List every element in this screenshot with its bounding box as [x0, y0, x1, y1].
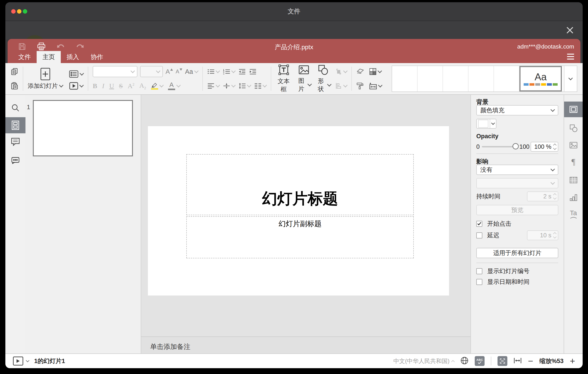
- text-box-button[interactable]: 文本框: [276, 63, 292, 94]
- fit-to-slide-icon[interactable]: [497, 356, 507, 366]
- effect-select[interactable]: 没有: [476, 165, 558, 175]
- chart-settings-icon[interactable]: [564, 190, 583, 205]
- subtitle-placeholder[interactable]: 幻灯片副标题: [186, 216, 414, 258]
- insert-image-button[interactable]: 图片: [296, 63, 311, 94]
- menu-icon[interactable]: [567, 54, 574, 59]
- notes-area[interactable]: 单击添加备注: [141, 336, 471, 353]
- start-slideshow-status-icon[interactable]: [13, 357, 23, 365]
- theme-thumbnail[interactable]: [494, 66, 519, 91]
- font-color-icon[interactable]: A: [168, 82, 180, 90]
- arrange-shape-icon[interactable]: [335, 68, 347, 75]
- theme-gallery-expand-icon[interactable]: [564, 66, 577, 91]
- theme-thumbnail[interactable]: [562, 66, 564, 91]
- columns-icon[interactable]: [254, 83, 266, 89]
- user-email: adm***@dootask.com: [517, 43, 574, 50]
- slide-settings-icon[interactable]: [564, 101, 583, 117]
- theme-gallery: Aa: [392, 66, 577, 92]
- fill-color-button[interactable]: [476, 119, 496, 129]
- slide-subtitle-text: 幻灯片副标题: [279, 219, 322, 229]
- shape-settings-icon[interactable]: [564, 120, 583, 136]
- slides-group: 添加幻灯片: [28, 63, 83, 94]
- underline-icon[interactable]: U: [109, 82, 114, 90]
- duration-label: 持续时间: [476, 192, 500, 200]
- document-title: 产品介绍.pptx: [8, 43, 580, 51]
- theme-thumbnail[interactable]: [418, 66, 443, 91]
- bold-icon[interactable]: B: [93, 82, 97, 90]
- clear-style-icon[interactable]: [356, 68, 364, 75]
- clipboard-group: [11, 63, 18, 94]
- add-slide-button[interactable]: 添加幻灯片: [28, 82, 63, 90]
- table-settings-icon[interactable]: [564, 172, 583, 188]
- paste-icon[interactable]: [11, 82, 18, 90]
- superscript-icon[interactable]: A2: [127, 82, 134, 90]
- zoom-in-icon[interactable]: +: [570, 357, 575, 365]
- spellcheck-icon[interactable]: ABC: [475, 356, 484, 366]
- show-date-checkbox[interactable]: [476, 279, 482, 285]
- font-size-select[interactable]: [140, 66, 163, 77]
- language-select[interactable]: 中文(中华人民共和国): [393, 357, 454, 365]
- decrease-font-icon[interactable]: A: [176, 68, 182, 75]
- vertical-align-icon[interactable]: [223, 83, 235, 89]
- effect-label: 影响: [476, 157, 558, 165]
- font-name-select[interactable]: [93, 66, 137, 77]
- slide-size-icon[interactable]: [369, 82, 382, 89]
- horizontal-align-icon[interactable]: [207, 83, 219, 89]
- slide-thumbnail[interactable]: [33, 100, 133, 156]
- italic-icon[interactable]: I: [102, 82, 104, 90]
- subscript-icon[interactable]: A2: [139, 82, 146, 90]
- slideshow-options-icon[interactable]: [26, 359, 30, 362]
- opacity-slider[interactable]: [482, 146, 515, 147]
- highlight-color-icon[interactable]: [151, 82, 163, 90]
- theme-thumbnail[interactable]: [443, 66, 469, 91]
- slide-canvas: 幻灯片标题 幻灯片副标题 单击添加备注: [141, 95, 471, 353]
- window-title: 文件: [5, 7, 583, 16]
- align-shape-icon[interactable]: [335, 83, 347, 89]
- globe-icon[interactable]: [461, 357, 469, 365]
- start-slideshow-icon[interactable]: [69, 82, 83, 90]
- change-case-icon[interactable]: Aa: [185, 68, 198, 75]
- bullets-icon[interactable]: [207, 68, 219, 75]
- zoom-out-icon[interactable]: −: [528, 357, 533, 365]
- tab-file[interactable]: 文件: [12, 51, 37, 63]
- close-icon[interactable]: [566, 26, 574, 34]
- add-slide-icon[interactable]: [40, 67, 51, 80]
- insert-shape-button[interactable]: 形状: [316, 63, 331, 94]
- opacity-slider-knob[interactable]: [513, 143, 519, 149]
- start-on-click-row: 开始点击: [476, 220, 558, 228]
- tab-insert[interactable]: 插入: [61, 51, 85, 63]
- color-scheme-icon[interactable]: [369, 68, 381, 75]
- delay-checkbox[interactable]: [476, 232, 482, 238]
- start-on-click-checkbox[interactable]: [476, 221, 482, 227]
- theme-thumbnail[interactable]: [469, 66, 494, 91]
- chat-icon[interactable]: [5, 152, 25, 168]
- fit-to-width-icon[interactable]: [514, 357, 522, 365]
- opacity-spinner[interactable]: 100 %: [531, 142, 558, 152]
- paragraph-settings-icon[interactable]: ¶: [564, 154, 583, 170]
- show-slide-number-checkbox[interactable]: [476, 268, 482, 274]
- slide-title-text: 幻灯片标题: [262, 188, 338, 209]
- copy-style-icon[interactable]: [356, 82, 364, 89]
- increase-font-icon[interactable]: A: [166, 68, 173, 75]
- slide-layout-icon[interactable]: [69, 70, 83, 78]
- text-art-settings-icon[interactable]: Ta: [564, 206, 583, 222]
- copy-icon[interactable]: [11, 68, 18, 75]
- line-spacing-icon[interactable]: [239, 83, 251, 89]
- search-icon[interactable]: [5, 100, 25, 116]
- theme-thumbnail-selected[interactable]: Aa: [519, 66, 562, 91]
- comments-icon[interactable]: [5, 134, 25, 150]
- increase-indent-icon[interactable]: [249, 68, 256, 75]
- apply-to-all-button[interactable]: 适用于所有幻灯片: [476, 248, 558, 258]
- paragraph-group: [207, 63, 266, 94]
- tab-home[interactable]: 主页: [37, 51, 61, 63]
- strikeout-icon[interactable]: S: [119, 82, 123, 90]
- left-rail: [5, 95, 25, 353]
- title-placeholder[interactable]: 幻灯片标题: [186, 154, 414, 215]
- slides-panel-icon[interactable]: [5, 117, 25, 133]
- image-settings-icon[interactable]: [564, 137, 583, 153]
- decrease-indent-icon[interactable]: [239, 68, 246, 75]
- slide[interactable]: 幻灯片标题 幻灯片副标题: [148, 126, 449, 296]
- theme-thumbnail[interactable]: [392, 66, 418, 91]
- numbering-icon[interactable]: [223, 68, 235, 75]
- tab-collaboration[interactable]: 协作: [85, 51, 109, 63]
- fill-type-select[interactable]: 颜色填充: [476, 105, 558, 115]
